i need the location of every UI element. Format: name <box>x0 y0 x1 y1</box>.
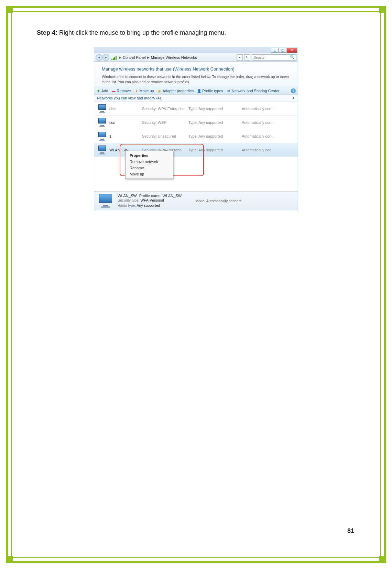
address-dropdown-button[interactable]: ▾ <box>237 54 243 61</box>
refresh-button[interactable]: ↻ <box>244 54 250 61</box>
context-rename[interactable]: Rename <box>126 165 173 171</box>
network-name: 1 <box>109 134 142 138</box>
adapter-properties-button[interactable]: ◉Adapter properties <box>157 89 194 93</box>
network-auto: Automatically con... <box>242 134 295 138</box>
remove-button[interactable]: ▬Remove <box>112 89 131 93</box>
details-pane: WLAN_SW Profile name: WLAN_SW Security t… <box>94 191 298 210</box>
page-description: Windows tries to connect to these networ… <box>102 74 290 84</box>
network-row[interactable]: abc Security: WPA-Enterprise Type: Any s… <box>94 102 298 116</box>
network-auto: Automatically con... <box>242 148 295 152</box>
context-menu: Properties Remove network Rename Move up <box>125 151 173 179</box>
chevron-right-icon: ▶ <box>147 56 150 59</box>
arrow-up-icon: ⬆ <box>134 89 139 93</box>
help-icon[interactable]: ? <box>291 88 296 93</box>
network-security: Security: Unsecured <box>142 134 188 138</box>
breadcrumb-seg2[interactable]: Manage Wireless Networks <box>151 55 197 60</box>
step-instruction: Step 4: Right-click the mouse to bring u… <box>37 29 355 36</box>
page-heading: Manage wireless networks that use (Wirel… <box>102 66 290 72</box>
network-auto: Automatically con... <box>242 107 295 111</box>
nav-back-button[interactable]: ◄ <box>96 54 102 61</box>
details-mode-key: Mode: <box>195 199 205 203</box>
profile-types-button[interactable]: 👤Profile types <box>197 89 223 93</box>
breadcrumb[interactable]: ▶ Control Panel ▶ Manage Wireless Networ… <box>119 55 197 60</box>
network-type: Type: Any supported <box>188 107 242 111</box>
search-placeholder: Search <box>253 55 265 60</box>
context-move-up[interactable]: Move up <box>126 171 173 177</box>
network-type: Type: Any supported <box>188 134 242 138</box>
network-name: abc <box>109 107 142 111</box>
window-titlebar: ▁ ▢ ✕ <box>94 47 298 53</box>
add-button[interactable]: ✚Add <box>96 89 108 93</box>
context-remove-network[interactable]: Remove network <box>126 159 173 165</box>
details-sectype-key: Security type: <box>118 198 140 202</box>
details-radio-key: Radio type: <box>118 203 136 207</box>
details-radio-val: Any supported <box>137 203 160 207</box>
nav-forward-button[interactable]: ► <box>102 54 109 61</box>
details-profile-key: Profile name: <box>139 194 162 198</box>
maximize-button[interactable]: ▢ <box>279 48 286 53</box>
network-name: ccc <box>109 120 142 125</box>
details-sectype-val: WPA-Personal <box>141 198 164 202</box>
profile-icon: 👤 <box>197 89 201 93</box>
search-icon: 🔍 <box>290 55 295 60</box>
address-bar: ◄ ► ▶ Control Panel ▶ Manage Wireless Ne… <box>94 53 298 62</box>
network-auto: Automatically con... <box>242 120 295 125</box>
network-type: Type: Any supported <box>188 148 242 152</box>
step-text: Right-click the mouse to bring up the pr… <box>57 29 226 36</box>
search-input[interactable]: Search 🔍 <box>252 54 296 61</box>
section-label: Networks you can view and modify (4) ▲ <box>94 95 298 102</box>
toolbar: ✚Add ▬Remove ⬆Move up ◉Adapter propertie… <box>94 87 298 95</box>
breadcrumb-seg1[interactable]: Control Panel <box>123 55 146 60</box>
context-area: Properties Remove network Rename Move up <box>94 157 298 191</box>
network-row[interactable]: ccc Security: WEP Type: Any supported Au… <box>94 116 298 129</box>
corner-tl <box>6 6 13 13</box>
network-list: abc Security: WPA-Enterprise Type: Any s… <box>94 102 298 157</box>
explorer-window: ▁ ▢ ✕ ◄ ► ▶ Control Panel ▶ Manage Wirel… <box>94 47 298 210</box>
close-button[interactable]: ✕ <box>287 48 297 53</box>
network-security: Security: WEP <box>142 120 188 125</box>
monitor-icon <box>97 194 114 208</box>
details-profile-val: WLAN_SW <box>163 194 182 198</box>
page-number: 81 <box>347 527 354 535</box>
corner-br <box>379 556 386 563</box>
details-mode-val: Automatically connect <box>206 199 241 203</box>
network-row[interactable]: 1 Security: Unsecured Type: Any supporte… <box>94 129 298 143</box>
chevron-right-icon: ▶ <box>119 56 121 59</box>
moveup-button[interactable]: ⬆Move up <box>134 89 154 93</box>
context-properties[interactable]: Properties <box>126 152 173 159</box>
network-row-selected[interactable]: WLAN_SW Security: WPA-Personal Type: Any… <box>94 143 298 157</box>
adapter-icon: ◉ <box>157 89 162 93</box>
monitor-icon <box>97 132 107 141</box>
monitor-icon <box>97 118 107 127</box>
heading-block: Manage wireless networks that use (Wirel… <box>94 62 298 87</box>
minus-icon: ▬ <box>112 89 116 93</box>
monitor-icon <box>97 104 107 113</box>
signal-icon <box>111 55 117 60</box>
network-sharing-center-button[interactable]: ⇄Network and Sharing Center <box>227 89 280 93</box>
minimize-button[interactable]: ▁ <box>271 48 279 53</box>
network-type: Type: Any supported <box>188 120 242 125</box>
network-security: Security: WPA-Enterprise <box>142 107 188 111</box>
corner-bl <box>6 556 13 563</box>
corner-tr <box>379 6 386 13</box>
network-icon: ⇄ <box>227 89 231 93</box>
monitor-icon <box>97 146 107 154</box>
plus-icon: ✚ <box>96 89 100 93</box>
details-name: WLAN_SW <box>118 194 137 198</box>
step-label: Step 4: <box>37 29 57 36</box>
collapse-caret-icon[interactable]: ▲ <box>292 96 295 100</box>
